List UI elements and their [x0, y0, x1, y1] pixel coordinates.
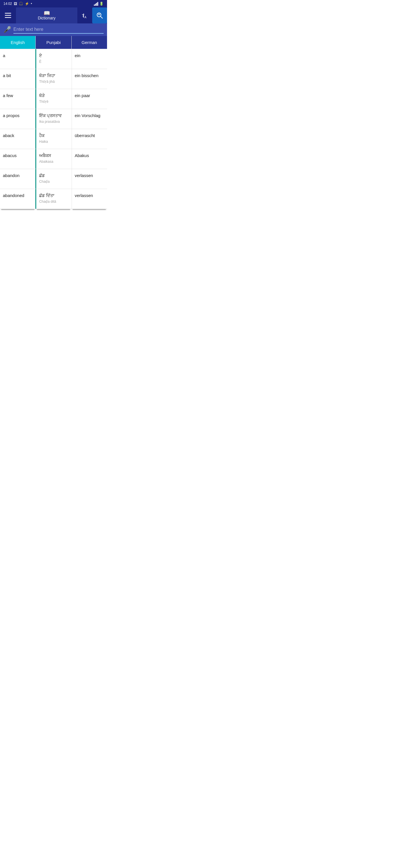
svg-rect-0 [5, 13, 11, 14]
cell-english-5: abacus [0, 149, 35, 169]
cell-english-7-main: abandoned [3, 192, 32, 198]
scroll-indicator-2 [37, 209, 70, 210]
svg-text:T: T [82, 13, 85, 18]
cell-punjabi-1: ਥੋੜਾ ਜਿਹਾThōṛā jihā [35, 69, 72, 89]
table-row[interactable]: a fewਥੋੜੇThōṛēein paar [0, 89, 107, 109]
nav-right-buttons: T A [77, 7, 107, 23]
cell-english-1: a bit [0, 69, 35, 89]
cell-punjabi-0-sub: Ē [39, 60, 68, 64]
gallery-icon: 🖼 [14, 2, 17, 6]
svg-text:A: A [85, 16, 87, 19]
status-right: 🔋 [94, 2, 104, 6]
cell-punjabi-6: ਛੱਡChaḍa [35, 169, 72, 189]
cell-punjabi-4: ਹੈਕHaika [35, 129, 72, 149]
cell-punjabi-6-main: ਛੱਡ [39, 173, 68, 179]
cell-german-0: ein [72, 49, 107, 69]
cell-punjabi-4-main: ਹੈਕ [39, 132, 68, 138]
cell-english-2: a few [0, 89, 35, 109]
cell-english-0: a [0, 49, 35, 69]
table-row[interactable]: abackਹੈਕHaikaüberrascht [0, 129, 107, 149]
column-headers: English Punjabi German [0, 36, 107, 49]
cell-german-5: Abakus [72, 149, 107, 169]
cell-german-0-main: ein [75, 53, 104, 59]
svg-rect-9 [98, 14, 100, 15]
cell-german-1: ein bisschen [72, 69, 107, 89]
cell-english-6: abandon [0, 169, 35, 189]
status-left: 14:02 🖼 🎧 ⚡ • [3, 2, 32, 6]
cell-german-3: ein Vorschlag [72, 109, 107, 129]
battery-icon: 🔋 [99, 2, 104, 6]
cell-german-4-main: überrascht [75, 132, 104, 138]
cell-punjabi-7-main: ਛੱਡ ਦਿੱਤਾ [39, 192, 68, 198]
svg-line-7 [100, 16, 102, 18]
header-english[interactable]: English [0, 36, 36, 49]
cell-english-5-main: abacus [3, 152, 32, 158]
cell-german-7: verlassen [72, 189, 107, 209]
search-bar: 🎤 [0, 23, 107, 36]
table-row[interactable]: abandonedਛੱਡ ਦਿੱਤਾChaḍa ditāverlassen [0, 189, 107, 209]
cell-punjabi-2-main: ਥੋੜੇ [39, 93, 68, 98]
microphone-icon[interactable]: 🎤 [3, 26, 11, 33]
cell-english-3: a propos [0, 109, 35, 129]
cell-punjabi-5-sub: Abaikasa [39, 160, 68, 164]
status-time: 14:02 [3, 2, 12, 6]
status-bar: 14:02 🖼 🎧 ⚡ • 🔋 [0, 0, 107, 7]
header-punjabi[interactable]: Punjabi [36, 36, 71, 49]
cell-english-0-main: a [3, 53, 32, 59]
table-row[interactable]: a proposਇੱਕ ਪ੍ਰਸਤਾਵIka prasatāvaein Vors… [0, 109, 107, 129]
cell-english-4: aback [0, 129, 35, 149]
search-button[interactable] [92, 7, 107, 23]
cell-german-2: ein paar [72, 89, 107, 109]
table-row[interactable]: abacusਅਬੈਕਸAbaikasaAbakus [0, 149, 107, 169]
menu-button[interactable] [0, 7, 16, 23]
header-german[interactable]: German [72, 36, 107, 49]
cell-punjabi-6-sub: Chaḍa [39, 180, 68, 184]
cell-german-7-main: verlassen [75, 192, 104, 198]
cell-punjabi-0: ਏĒ [35, 49, 72, 69]
scroll-indicator-1 [1, 209, 35, 210]
book-icon: 📖 [44, 10, 50, 16]
cell-english-6-main: abandon [3, 173, 32, 179]
cell-german-1-main: ein bisschen [75, 72, 104, 79]
top-nav: 📖 Dictionary T A [0, 7, 107, 23]
cell-punjabi-3-main: ਇੱਕ ਪ੍ਰਸਤਾਵ [39, 113, 68, 119]
cell-punjabi-5-main: ਅਬੈਕਸ [39, 152, 68, 158]
dot-indicator: • [31, 2, 32, 6]
table-row[interactable]: a bitਥੋੜਾ ਜਿਹਾThōṛā jihāein bisschen [0, 69, 107, 89]
cell-punjabi-3-sub: Ika prasatāva [39, 120, 68, 124]
cell-punjabi-3: ਇੱਕ ਪ੍ਰਸਤਾਵIka prasatāva [35, 109, 72, 129]
cell-punjabi-4-sub: Haika [39, 140, 68, 144]
scroll-indicator-3 [72, 209, 106, 210]
nav-title-area: 📖 Dictionary [16, 7, 77, 23]
table-row[interactable]: aਏĒein [0, 49, 107, 69]
cell-english-4-main: aback [3, 132, 32, 138]
cell-german-3-main: ein Vorschlag [75, 113, 104, 119]
search-input[interactable] [13, 26, 104, 34]
bluetooth-audio-icon: 🎧 [19, 2, 23, 6]
cell-english-2-main: a few [3, 93, 32, 98]
cell-punjabi-2-sub: Thōṛē [39, 100, 68, 104]
cell-punjabi-0-main: ਏ [39, 53, 68, 59]
cell-punjabi-2: ਥੋੜੇThōṛē [35, 89, 72, 109]
cell-german-2-main: ein paar [75, 93, 104, 98]
svg-rect-2 [5, 17, 11, 18]
svg-rect-8 [98, 14, 100, 14]
cell-german-5-main: Abakus [75, 152, 104, 158]
cell-english-3-main: a propos [3, 113, 32, 119]
cell-german-6-main: verlassen [75, 173, 104, 179]
dictionary-table: aਏĒeina bitਥੋੜਾ ਜਿਹਾThōṛā jihāein bissch… [0, 49, 107, 209]
table-row[interactable]: abandonਛੱਡChaḍaverlassen [0, 169, 107, 189]
cell-german-4: überrascht [72, 129, 107, 149]
bluetooth-icon: ⚡ [25, 2, 29, 6]
cell-punjabi-1-main: ਥੋੜਾ ਜਿਹਾ [39, 72, 68, 79]
cell-punjabi-5: ਅਬੈਕਸAbaikasa [35, 149, 72, 169]
cell-english-7: abandoned [0, 189, 35, 209]
cell-english-1-main: a bit [3, 72, 32, 79]
signal-icon [94, 2, 98, 6]
translate-button[interactable]: T A [77, 7, 92, 23]
app-title: Dictionary [38, 16, 55, 20]
cell-german-6: verlassen [72, 169, 107, 189]
cell-punjabi-1-sub: Thōṛā jihā [39, 80, 68, 84]
svg-rect-1 [5, 15, 11, 16]
scroll-indicators [0, 209, 107, 210]
